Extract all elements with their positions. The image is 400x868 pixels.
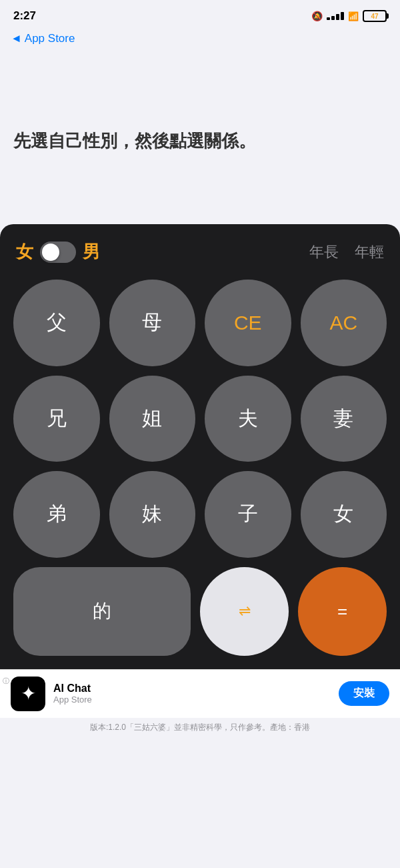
gender-toggle-group: 女 男 — [16, 240, 100, 264]
button-mother[interactable]: 母 — [109, 280, 196, 366]
female-label: 女 — [16, 240, 33, 264]
ad-icon-symbol: ✦ — [21, 683, 36, 705]
back-arrow-icon: ◄ — [11, 32, 22, 45]
bottom-row: 的 ⇌ = — [13, 567, 387, 656]
ad-install-button[interactable]: 安裝 — [339, 681, 389, 706]
button-husband[interactable]: 夫 — [205, 376, 291, 462]
button-elder-sister[interactable]: 姐 — [109, 376, 196, 462]
ad-title: AI Chat — [53, 683, 331, 695]
button-younger-sister[interactable]: 妹 — [109, 471, 196, 558]
instruction-text: 先選自己性別，然後點選關係。 — [13, 129, 387, 153]
button-grid-row1: 父 母 CE AC — [13, 280, 387, 366]
nav-bar: ◄ App Store — [0, 29, 400, 51]
button-younger-brother[interactable]: 弟 — [13, 471, 100, 558]
button-elder-brother[interactable]: 兄 — [13, 376, 100, 462]
button-grid-row2: 兄 姐 夫 妻 — [13, 376, 387, 462]
ad-info: AI Chat App Store — [53, 683, 331, 705]
swap-button[interactable]: ⇌ — [200, 567, 289, 656]
age-older-button[interactable]: 年長 — [309, 242, 339, 262]
status-time: 2:27 — [13, 9, 36, 23]
status-bar: 2:27 🔕 📶 47 — [0, 0, 400, 29]
age-buttons: 年長 年輕 — [309, 242, 384, 262]
male-label: 男 — [83, 240, 100, 264]
button-daughter[interactable]: 女 — [301, 471, 387, 558]
ad-subtitle: App Store — [53, 695, 331, 705]
de-button[interactable]: 的 — [13, 567, 191, 656]
button-son[interactable]: 子 — [205, 471, 291, 558]
wifi-icon: 📶 — [348, 11, 359, 21]
battery-indicator: 47 — [363, 10, 387, 22]
gender-toggle[interactable] — [40, 242, 76, 263]
toggle-thumb — [42, 244, 59, 261]
instruction-area: 先選自己性別，然後點選關係。 — [0, 51, 400, 224]
bell-icon: 🔕 — [311, 11, 323, 21]
calculator-panel: 女 男 年長 年輕 父 母 CE AC 兄 姐 夫 妻 弟 妹 子 女 的 ⇌ … — [0, 224, 400, 669]
status-icons: 🔕 📶 47 — [311, 10, 387, 22]
gender-row: 女 男 年長 年輕 — [13, 240, 387, 264]
footer-text: 版本:1.2.0「三姑六婆」並非精密科學，只作參考。產地：香港 — [0, 718, 400, 737]
button-father[interactable]: 父 — [13, 280, 100, 366]
back-label: App Store — [25, 32, 75, 45]
button-wife[interactable]: 妻 — [301, 376, 387, 462]
button-ac[interactable]: AC — [301, 280, 387, 366]
back-button[interactable]: ◄ App Store — [11, 32, 75, 45]
signal-bars — [327, 12, 344, 20]
equals-button[interactable]: = — [298, 567, 387, 656]
ad-app-icon: ✦ — [11, 677, 45, 711]
ad-info-icon: ⓘ — [3, 677, 9, 686]
button-grid-row3: 弟 妹 子 女 — [13, 471, 387, 558]
age-younger-button[interactable]: 年輕 — [355, 242, 384, 262]
ad-banner: ⓘ ✦ AI Chat App Store 安裝 — [0, 669, 400, 718]
button-ce[interactable]: CE — [205, 280, 291, 366]
